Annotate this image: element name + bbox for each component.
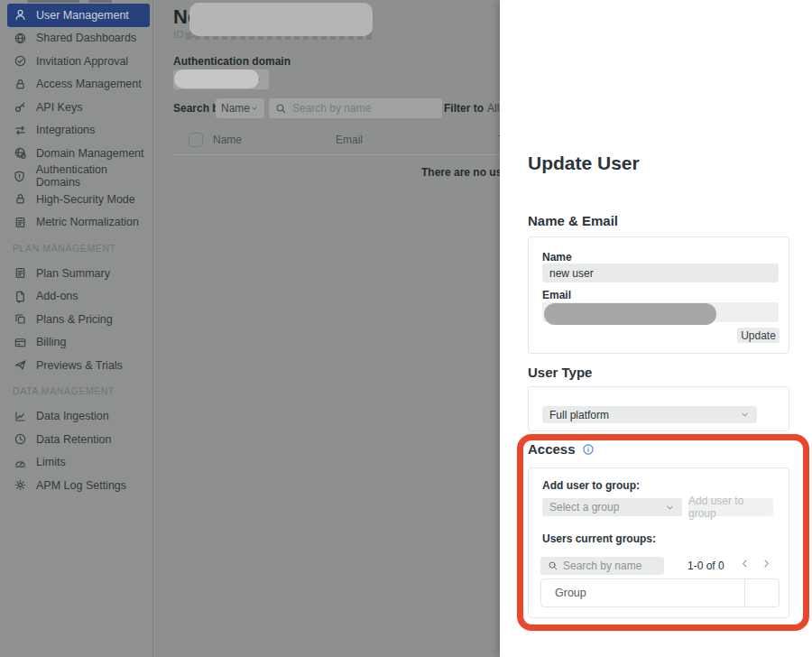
- groups-table-header: Group: [541, 579, 779, 606]
- sidebar-item-access-management[interactable]: Access Management: [0, 73, 153, 97]
- sidebar-item-label: User Management: [36, 9, 129, 22]
- sidebar-item-label: Add-ons: [36, 290, 78, 302]
- chevron-down-icon: [740, 410, 750, 420]
- sidebar-item-domain-management[interactable]: Domain Management: [0, 142, 153, 165]
- name-input-value: new user: [549, 267, 594, 280]
- group-search-placeholder: Search by name: [563, 560, 641, 572]
- sidebar-item-billing[interactable]: Billing: [0, 331, 153, 355]
- arrows-icon: [13, 123, 27, 137]
- credit-card-icon: [13, 335, 27, 349]
- sidebar-item-label: High-Security Mode: [36, 193, 135, 206]
- domain-icon: [13, 146, 27, 161]
- sidebar-item-user-management[interactable]: User Management: [7, 4, 150, 27]
- sidebar-item-add-ons[interactable]: Add-ons: [0, 285, 153, 309]
- sidebar-item-label: Domain Management: [36, 147, 144, 160]
- redaction-blob-title: [189, 3, 373, 36]
- app-window: User ManagementShared DashboardsInvitati…: [0, 0, 812, 657]
- info-icon[interactable]: [582, 443, 595, 456]
- check-circle-icon: [13, 54, 27, 69]
- user-type-dropdown[interactable]: Full platform: [542, 406, 757, 423]
- clipped-sidebar-item: [88, 0, 112, 3]
- chevron-right-icon[interactable]: [761, 558, 772, 569]
- sidebar-item-limits[interactable]: Limits: [0, 451, 153, 475]
- chart-icon: [13, 409, 27, 423]
- group-select-dropdown[interactable]: Select a group: [542, 498, 682, 516]
- sidebar-item-label: Integrations: [36, 124, 95, 136]
- user-type-value: Full platform: [549, 409, 609, 421]
- sidebar-item-integrations[interactable]: Integrations: [0, 119, 153, 143]
- sidebar-nav: User ManagementShared DashboardsInvitati…: [0, 4, 153, 497]
- search-icon: [275, 103, 287, 115]
- chevron-left-icon[interactable]: [739, 558, 751, 569]
- redaction-blob-email: [544, 303, 716, 325]
- user-icon: [13, 8, 27, 23]
- sidebar-item-plans-pricing[interactable]: Plans & Pricing: [0, 308, 153, 331]
- shield-icon: [13, 169, 27, 183]
- sidebar-item-label: Data Ingestion: [36, 410, 109, 422]
- sidebar-item-label: Shared Dashboards: [36, 32, 136, 44]
- sidebar-item-label: API Keys: [36, 101, 82, 114]
- add-user-to-group-button[interactable]: Add user to group: [688, 498, 773, 516]
- group-search-input[interactable]: Search by name: [540, 557, 664, 575]
- sidebar-item-metric-normalization[interactable]: Metric Normalization: [0, 211, 153, 235]
- gauge-icon: [13, 455, 27, 469]
- update-user-panel: Update User Name & Email Name new user E…: [500, 0, 812, 657]
- key-icon: [13, 100, 27, 115]
- name-email-card: Name new user Email Update: [528, 236, 789, 354]
- clipped-sidebar-item: [27, 0, 79, 3]
- sidebar-item-label: Authentication Domains: [36, 163, 153, 189]
- sidebar-item-data-ingestion[interactable]: Data Ingestion: [0, 405, 153, 429]
- search-input[interactable]: Search by name: [269, 98, 442, 118]
- groups-table: Group: [540, 578, 780, 607]
- column-header-name[interactable]: Name: [213, 134, 242, 146]
- sidebar-item-previews-trials[interactable]: Previews & Trials: [0, 354, 153, 377]
- column-header-email[interactable]: Email: [336, 134, 363, 146]
- sidebar-item-label: APM Log Settings: [36, 479, 126, 492]
- sidebar-item-label: Limits: [36, 456, 66, 468]
- sidebar-item-authentication-domains[interactable]: Authentication Domains: [0, 165, 153, 189]
- clock-icon: [13, 432, 27, 447]
- table-header-divider: [173, 154, 534, 155]
- search-field-dropdown[interactable]: Name: [216, 98, 264, 118]
- chevron-down-icon: [250, 104, 259, 113]
- page-plus-icon: [13, 289, 27, 303]
- sidebar-section-label: PLAN MANAGEMENT: [0, 234, 153, 262]
- sidebar-item-shared-dashboards[interactable]: Shared Dashboards: [0, 27, 153, 51]
- groups-table-column-divider: [744, 579, 745, 606]
- globe-icon: [13, 31, 27, 45]
- add-user-to-group-label: Add user to group:: [542, 479, 640, 492]
- user-type-card: Full platform: [528, 386, 789, 431]
- panel-title: Update User: [528, 153, 640, 174]
- gear-icon: [13, 478, 27, 493]
- pagination-text: 1-0 of 0: [687, 560, 724, 572]
- name-input[interactable]: new user: [542, 264, 779, 282]
- name-label: Name: [542, 251, 572, 264]
- sidebar-item-api-keys[interactable]: API Keys: [0, 96, 153, 119]
- search-input-placeholder: Search by name: [292, 102, 371, 115]
- access-card: Add user to group: Select a group Add us…: [528, 467, 789, 618]
- name-email-heading: Name & Email: [528, 213, 618, 228]
- lock-icon: [13, 192, 27, 207]
- lock-icon: [13, 77, 27, 91]
- redaction-blob-auth-domain: [174, 69, 259, 88]
- search-icon: [548, 560, 558, 571]
- sidebar-item-data-retention[interactable]: Data Retention: [0, 428, 153, 451]
- group-select-placeholder: Select a group: [549, 501, 619, 514]
- user-type-heading: User Type: [528, 365, 592, 380]
- sidebar-item-apm-log-settings[interactable]: APM Log Settings: [0, 474, 153, 497]
- sidebar-item-high-security-mode[interactable]: High-Security Mode: [0, 188, 153, 211]
- doc-lines-icon: [13, 266, 27, 281]
- paper-plane-icon: [13, 358, 27, 373]
- sidebar-item-label: Data Retention: [36, 433, 111, 446]
- sidebar-item-label: Metric Normalization: [36, 216, 139, 228]
- filter-dropdown[interactable]: All: [487, 102, 499, 115]
- sidebar-section-label: DATA MANAGEMENT: [0, 377, 153, 405]
- sidebar-item-label: Invitation Approval: [36, 55, 128, 68]
- users-current-groups-label: Users current groups:: [542, 532, 656, 545]
- email-label: Email: [542, 289, 571, 301]
- update-button[interactable]: Update: [737, 328, 780, 343]
- sidebar-item-plan-summary[interactable]: Plan Summary: [0, 262, 153, 285]
- sidebar-item-label: Billing: [36, 336, 66, 348]
- select-all-checkbox[interactable]: [189, 133, 203, 147]
- sidebar-item-invitation-approval[interactable]: Invitation Approval: [0, 50, 153, 73]
